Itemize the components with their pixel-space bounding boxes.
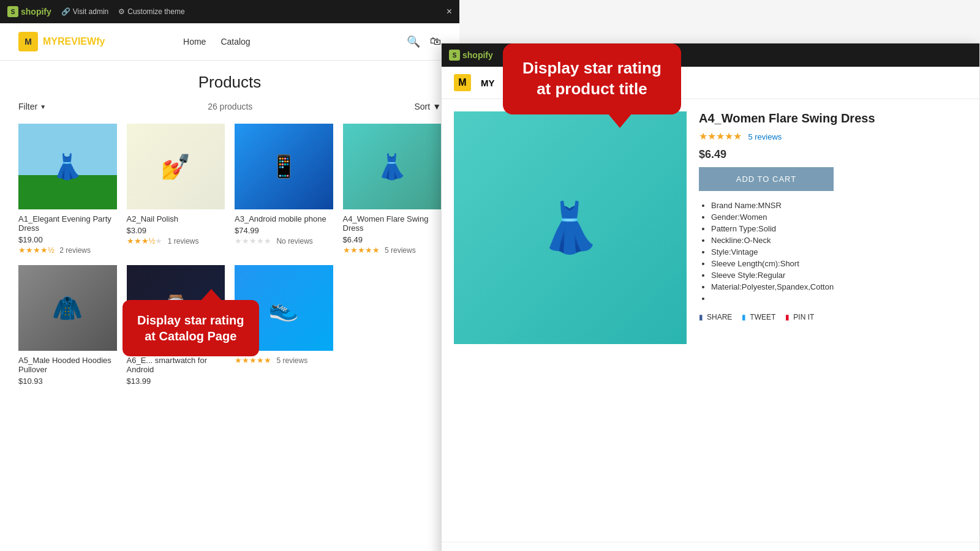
nav-home[interactable]: Home [183, 37, 206, 47]
sort-button[interactable]: Sort ▼ [414, 102, 441, 111]
left-panel: S shopify 🔗 Visit admin ⚙ Customize them… [0, 0, 459, 551]
pinterest-icon: ▮ [785, 313, 790, 321]
product-detail-rating: ★★★★★ 5 reviews [699, 130, 967, 142]
spec-sleeve-length: Sleeve Length(cm):Short [711, 259, 967, 268]
review-count-a1: 2 reviews [59, 246, 91, 255]
product-price-a5: $10.93 [18, 377, 117, 386]
product-img-a5: 🧥 [18, 265, 117, 351]
product-rating-a4: ★★★★★ 5 reviews [343, 244, 442, 255]
review-count-a4: 5 reviews [385, 246, 416, 255]
pinterest-share[interactable]: ▮ PIN IT [785, 313, 814, 321]
store-nav: Home Catalog [183, 37, 251, 47]
spec-sleeve-style: Sleeve Style:Regular [711, 271, 967, 280]
catalog-callout-bubble: Display star rating at Catalog Page [123, 300, 259, 356]
logo-text: MYREVIEWfy [43, 36, 105, 47]
shopify-bag-icon-right: S [449, 50, 460, 61]
product-detail: 👗 A4_Women Flare Swing Dress ★★★★★ 5 rev… [442, 99, 979, 542]
twitter-share[interactable]: ▮ TWEET [742, 313, 775, 321]
product-name-a6: A6_E... smartwatch for Android [127, 356, 225, 374]
review-count-a7: 5 reviews [276, 356, 307, 365]
visit-admin-link[interactable]: 🔗 Visit admin [61, 7, 108, 16]
social-share: ▮ SHARE ▮ TWEET ▮ PIN IT [699, 313, 967, 321]
spec-pattern: Pattern Type:Solid [711, 224, 967, 233]
product-rating-a3: ★★★★★ No reviews [235, 235, 333, 246]
spec-material: Material:Polyester,Spandex,Cotton [711, 282, 967, 291]
product-card-a1[interactable]: 👗 A1_Elegant Evening Party Dress $19.00 … [18, 124, 117, 255]
products-count: 26 products [46, 102, 414, 111]
spec-gender: Gender:Women [711, 212, 967, 222]
product-card-a3[interactable]: 📱 A3_Android mobile phone $74.99 ★★★★★ N… [235, 124, 333, 255]
customize-theme-link[interactable]: ⚙ Customize theme [118, 7, 184, 16]
product-name-a1: A1_Elegant Evening Party Dress [18, 214, 117, 233]
logo-box-right: M [454, 74, 471, 91]
product-img-a1: 👗 [18, 124, 117, 209]
product-info: A4_Women Flare Swing Dress ★★★★★ 5 revie… [699, 111, 967, 530]
product-detail-reviews-link[interactable]: 5 reviews [748, 132, 782, 141]
store-header-left: M MYREVIEWfy Home Catalog 🔍 🛍 [0, 23, 459, 61]
filter-chevron-icon: ▼ [40, 103, 46, 110]
product-detail-name: A4_Women Flare Swing Dress [699, 111, 967, 126]
dress-image: 👗 [18, 124, 117, 209]
spec-extra [711, 294, 967, 303]
close-button-left[interactable]: × [447, 6, 452, 17]
filter-button[interactable]: Filter ▼ [18, 102, 46, 111]
product-img-a3: 📱 [235, 124, 333, 209]
large-dress-image: 👗 [454, 111, 687, 344]
product-detail-image: 👗 [454, 111, 687, 344]
product-name-a3: A3_Android mobile phone [235, 214, 333, 223]
shopify-logo-left: S shopify [7, 6, 51, 17]
product-name-a4: A4_Women Flare Swing Dress [343, 214, 442, 233]
cart-icon[interactable]: 🛍 [430, 35, 441, 48]
add-to-cart-button[interactable]: ADD TO CART [699, 167, 834, 191]
product-price-a1: $19.00 [18, 235, 117, 244]
stars-a1: ★★★★ [18, 246, 48, 255]
twitter-icon: ▮ [742, 313, 746, 321]
shopify-bag-icon: S [7, 6, 18, 17]
red-dress-image: 👗 [343, 124, 442, 209]
customize-icon: ⚙ [118, 7, 125, 16]
shopify-text-right: shopify [462, 50, 493, 60]
product-rating-a1: ★★★★½ 2 reviews [18, 244, 117, 255]
shopify-logo-right: S shopify [449, 50, 493, 61]
product-detail-stars: ★★★★★ [699, 131, 742, 141]
stars-a4: ★★★★★ [343, 246, 380, 255]
product-img-a2: 💅 [127, 124, 225, 209]
sort-chevron-icon: ▼ [432, 102, 441, 111]
stars-a7: ★★★★★ [235, 356, 271, 365]
product-name-a5: A5_Male Hooded Hoodies Pullover [18, 356, 117, 374]
spec-style: Style:Vintage [711, 247, 967, 257]
title-callout-bubble: Display star rating at product title [503, 43, 681, 114]
nail-image: 💅 [127, 124, 225, 209]
store-icons: 🔍 🛍 [407, 35, 441, 48]
product-specs: Brand Name:MNSR Gender:Women Pattern Typ… [699, 201, 967, 303]
search-icon[interactable]: 🔍 [407, 35, 420, 48]
visit-admin-icon: 🔗 [61, 7, 70, 16]
phone-image: 📱 [235, 124, 333, 209]
shopify-text: shopify [21, 7, 51, 17]
product-price-a3: $74.99 [235, 226, 333, 235]
product-img-a4: 👗 [343, 124, 442, 209]
nav-catalog[interactable]: Catalog [221, 37, 250, 47]
admin-bar-left: S shopify 🔗 Visit admin ⚙ Customize them… [0, 0, 459, 23]
product-rating-a2: ★★★½★ 1 reviews [127, 235, 225, 246]
product-card-a4[interactable]: 👗 A4_Women Flare Swing Dress $6.49 ★★★★★… [343, 124, 442, 255]
right-panel: Display star rating at product title S s… [441, 43, 980, 551]
product-card-a5[interactable]: 🧥 A5_Male Hooded Hoodies Pullover $10.93 [18, 265, 117, 386]
products-title: Products [18, 73, 441, 92]
product-price-a2: $3.09 [127, 226, 225, 235]
reviews-section: 4.6 ★★★★★ Based On 5 Reviews CUSTOMER RE… [442, 542, 979, 551]
product-detail-price: $6.49 [699, 148, 967, 161]
spec-brand: Brand Name:MNSR [711, 201, 967, 210]
product-price-a4: $6.49 [343, 235, 442, 244]
logo-box: M [18, 32, 38, 51]
spec-neckline: Neckline:O-Neck [711, 236, 967, 245]
facebook-icon: ▮ [699, 313, 703, 321]
review-count-a2: 1 reviews [168, 237, 199, 246]
product-name-a2: A2_Nail Polish [127, 214, 225, 223]
product-card-a2[interactable]: 💅 A2_Nail Polish $3.09 ★★★½★ 1 reviews [127, 124, 225, 255]
review-count-a3: No reviews [276, 237, 312, 246]
store-logo: M MYREVIEWfy [18, 32, 105, 51]
stars-a2: ★★★ [127, 236, 149, 246]
facebook-share[interactable]: ▮ SHARE [699, 313, 732, 321]
store-name-right: MY [481, 78, 495, 88]
